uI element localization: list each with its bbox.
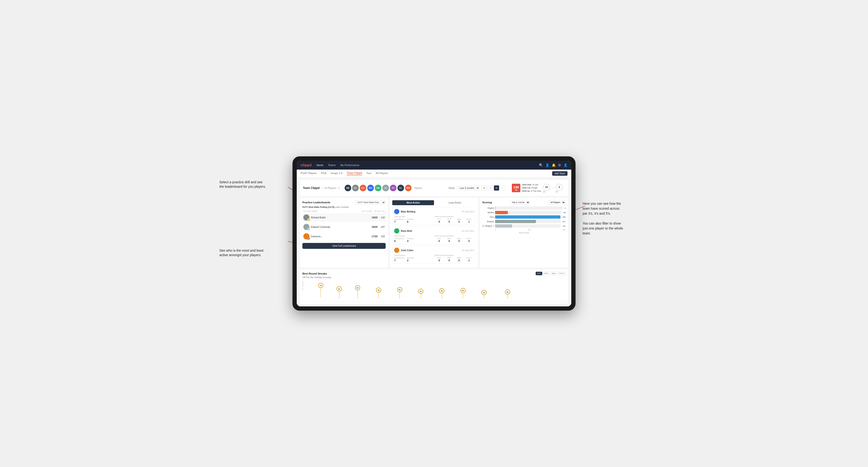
practice-leaderboards-panel: Practice Leaderboards PUTT Must Make Put… (300, 198, 388, 268)
chart-axis: 0 200 400 (483, 229, 566, 231)
bar-container-bogeys (495, 220, 561, 223)
subnav-hcaps[interactable]: Hcaps 1-5 (331, 172, 342, 175)
subnav-team-clippd[interactable]: Team Clippd (347, 172, 362, 175)
settings-icon[interactable]: ⚙ (558, 163, 561, 167)
yds-left-circle: 16 (543, 184, 550, 191)
axis-200: 200 (528, 229, 531, 231)
activity-avatar-2 (394, 228, 399, 234)
streaks-panel: Best Round Streaks OTT APP ARG PUTT Off … (300, 269, 568, 304)
lb-avatar-3: 3 (303, 233, 309, 239)
bar-row-dbogeys: D. Bogeys + 131 (483, 224, 566, 228)
streak-node-2: 6x (337, 286, 342, 299)
bar-row-pars: Pars 499 (483, 215, 566, 219)
most-active-tab[interactable]: Most Active (392, 200, 434, 205)
subnav-tour[interactable]: Tour (366, 172, 371, 175)
user-icon[interactable]: 👤 (545, 163, 549, 167)
shot-thumbnail: 198 SQ Shot Dist: 16 yds Start Lie: Roug… (509, 182, 565, 194)
avatar-4: BM (367, 185, 374, 191)
nav-teams[interactable]: Teams (328, 164, 336, 166)
grid-view-btn[interactable]: ⊞ (482, 185, 487, 191)
lb-table-header: PLAYER NAME PB SCORE PB AVG SQ (302, 210, 385, 212)
scoring-filter-player[interactable]: All Players (548, 200, 566, 205)
bar-label-birdies: Birdies (483, 211, 494, 214)
lb-avg-2: 107 (381, 226, 385, 228)
player-avatars: RB EC CA BM RB JC TH KL MW (345, 185, 412, 191)
bar-label-dbogeys: D. Bogeys + (483, 225, 494, 227)
show-controls: Show: Last 3 months Last 6 months Last y… (448, 185, 505, 191)
streak-bubble-8: 4x (460, 288, 466, 293)
streak-putt-btn[interactable]: PUTT (558, 272, 566, 275)
subnav-pgat[interactable]: PGAT Players (301, 172, 317, 175)
lb-name-1: Richard Butler (311, 216, 370, 219)
add-team-button[interactable]: Add Team (552, 171, 567, 176)
avatar-2: EC (352, 185, 359, 191)
view-full-leaderboard-button[interactable]: View Full Leaderboard (302, 243, 385, 249)
streak-app-btn[interactable]: APP (543, 272, 550, 275)
avatar-icon[interactable]: 👤 (563, 163, 567, 167)
streak-node-10: 3x (505, 289, 510, 299)
bar-chart: Eagles 3 Birdies (483, 206, 566, 228)
streak-ott-btn[interactable]: OTT (536, 272, 542, 275)
list-view-btn[interactable]: ≡ (488, 185, 493, 191)
bar-row-birdies: Birdies 96 (483, 211, 566, 214)
card-view-btn[interactable]: ⊟ (494, 185, 499, 191)
nav-my-performance[interactable]: My Performance (340, 164, 360, 166)
bar-fill-bogeys (495, 220, 536, 223)
axis-400: 400 (563, 229, 566, 231)
lb-score-2: 18/20 (372, 226, 378, 228)
lb-score-1: 19/20 (372, 216, 378, 219)
bar-value-bogeys: 311 (563, 220, 566, 223)
nav-home[interactable]: Home (316, 164, 323, 166)
lb-avg-1: 110 (381, 216, 385, 219)
search-icon[interactable]: 🔍 (539, 163, 543, 167)
bar-row-eagles: Eagles 3 (483, 206, 566, 210)
bronze-badge: 3 (307, 237, 310, 240)
bar-container-pars (495, 215, 561, 219)
leaderboard-subtitle: PUTT Must Make Putting (3-6 ft), Last 3 … (302, 206, 385, 208)
avatar-8: KL (398, 185, 404, 191)
sort-btn[interactable]: ↕ (500, 185, 505, 191)
activity-card-header-1: Blair McHarg 26 Aug 2023 (394, 209, 474, 214)
streak-bubble-4: 5x (376, 287, 381, 293)
drill-select[interactable]: PUTT Must Make Putt... (355, 200, 385, 205)
avatar-6: JC (382, 185, 389, 191)
streak-node-7: 4x (439, 288, 444, 299)
streak-bubble-9: 3x (482, 290, 487, 295)
streak-bubble-7: 4x (439, 288, 444, 293)
streak-arg-btn[interactable]: ARG (550, 272, 557, 275)
show-select[interactable]: Last 3 months Last 6 months Last year (457, 186, 480, 190)
bell-icon[interactable]: 🔔 (552, 163, 556, 167)
edit-icon[interactable]: ✏ (338, 187, 340, 190)
bar-container-eagles (495, 206, 563, 210)
lb-row: 2 Edward Crossman 18/20 107 (302, 223, 385, 231)
streaks-subtitle: Off The Tee, Fairway Accuracy (302, 276, 566, 279)
subnav-pga[interactable]: PGA (321, 172, 327, 175)
lb-name-3: Cameron... (311, 235, 370, 238)
streak-bubble-6: 4x (418, 289, 423, 294)
view-icons: ⊞ ≡ ⊟ ↕ (482, 185, 505, 191)
arrow-icon: → (552, 186, 554, 190)
bar-fill-dbogeys (495, 224, 512, 228)
yds-right-circle: 0 (556, 184, 563, 191)
team-name: Team Clippd (303, 186, 319, 190)
bar-row-bogeys: Bogeys 311 (483, 220, 566, 223)
bar-fill-pars (495, 215, 560, 219)
subnav-all-players[interactable]: All Players (376, 172, 388, 175)
lb-row: 3 Cameron... 17/20 103 (302, 232, 385, 241)
bar-label-bogeys: Bogeys (483, 220, 494, 223)
activity-card-header-2: Rees Britt 02 Sep 2023 (394, 228, 474, 234)
annotation-top-left: Select a practice drill and see the lead… (219, 180, 288, 189)
players-label: Players (414, 187, 422, 189)
streak-node-9: 3x (482, 290, 487, 299)
streak-bubble-3: 6x (355, 285, 360, 290)
scoring-filter-par[interactable]: Par 3, 4 & 5s Par 3s Par 4s Par 5s (510, 200, 530, 205)
streak-node-5: 5x (397, 287, 402, 299)
avatar-5: RB (375, 185, 381, 191)
sub-nav: PGAT Players PGA Hcaps 1-5 Team Clippd T… (297, 169, 571, 178)
bar-value-dbogeys: 131 (563, 225, 566, 227)
streak-node-6: 4x (418, 289, 423, 299)
least-active-tab[interactable]: Least Active (434, 200, 476, 205)
activity-stats-1: Total Rounds Tournament 7 Practice (394, 216, 474, 223)
bar-label-eagles: Eagles (483, 207, 494, 209)
bar-fill-birdies (495, 211, 508, 214)
